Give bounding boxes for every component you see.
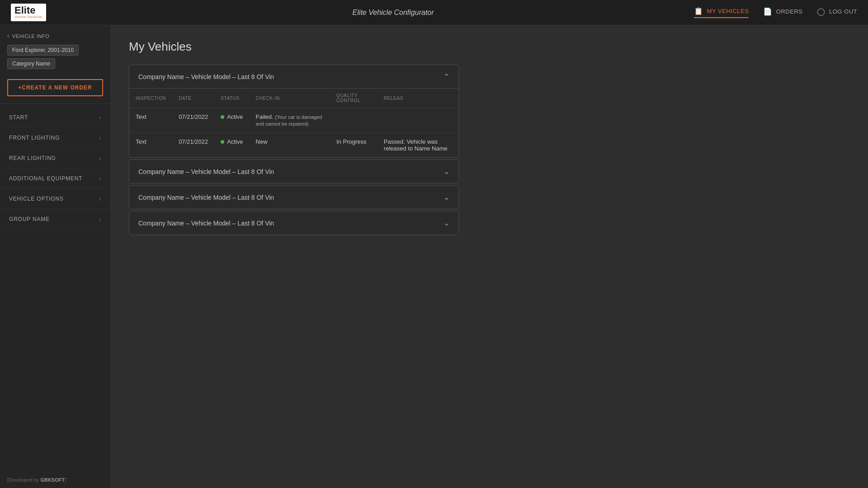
status-dot: [221, 140, 224, 144]
col-releas: RELEAS: [377, 89, 458, 108]
vehicles-icon: 📋: [694, 7, 703, 15]
sidebar-item-group-name[interactable]: GROUP NAME ›: [0, 209, 110, 230]
accordion-3-title: Company Name – Vehicle Model – Last 8 Of…: [138, 194, 274, 201]
row2-releas: Passed. Vehicle was released to Name Nam…: [377, 133, 458, 158]
logo-sub: Vehicle Solutions: [14, 15, 42, 19]
header: Elite Vehicle Solutions Elite Vehicle Co…: [0, 0, 868, 25]
accordion-4-header[interactable]: Company Name – Vehicle Model – Last 8 Of…: [129, 211, 458, 235]
chevron-right-icon: ›: [99, 195, 101, 202]
logo-box: Elite Vehicle Solutions: [11, 4, 46, 21]
col-quality: QUALITY CONTROL: [330, 89, 377, 108]
sidebar: ‹ VEHICLE INFO Ford Explorer, 2001-2010 …: [0, 25, 111, 488]
sidebar-item-start[interactable]: START ›: [0, 108, 110, 128]
row1-status: Active: [214, 108, 249, 133]
sidebar-item-vehicle-options[interactable]: VEHICLE OPTIONS ›: [0, 189, 110, 209]
footer-text: [Developed by: [7, 477, 40, 483]
accordion-1-header[interactable]: Company Name – Vehicle Model – Last 8 Of…: [129, 65, 458, 89]
row2-date: 07/21/2022: [172, 133, 214, 158]
footer-text-end: ]: [65, 477, 66, 483]
row2-inspection: Text: [129, 133, 172, 158]
row2-checkin: New: [250, 133, 330, 158]
chevron-down-icon: ⌄: [443, 167, 449, 176]
chevron-right-icon: ›: [99, 134, 101, 141]
sidebar-item-start-label: START: [9, 114, 28, 121]
row2-quality: In Progress: [330, 133, 377, 158]
nav-logout[interactable]: ◯ LOG OUT: [817, 7, 857, 18]
vehicle-tag[interactable]: Ford Explorer, 2001-2010: [7, 45, 79, 56]
sidebar-back-button[interactable]: ‹ VEHICLE INFO: [7, 33, 103, 39]
sidebar-item-front-lighting-label: FRONT LIGHTING: [9, 135, 60, 141]
sidebar-menu: START › FRONT LIGHTING › REAR LIGHTING ›…: [0, 108, 110, 230]
row1-quality: [330, 108, 377, 133]
sidebar-vehicle-info: ‹ VEHICLE INFO Ford Explorer, 2001-2010 …: [0, 33, 110, 104]
category-tag[interactable]: Category Name: [7, 58, 55, 69]
checkin-failed-label: Failed.: [256, 113, 274, 120]
nav-my-vehicles[interactable]: 📋 MY VEHICLES: [694, 7, 749, 18]
chevron-right-icon: ›: [99, 155, 101, 162]
accordion-1-body: INSPECTION DATE STATUS CHECK-IN QUALITY …: [129, 89, 458, 157]
row1-releas: [377, 108, 458, 133]
chevron-down-icon: ⌄: [443, 193, 449, 202]
layout: ‹ VEHICLE INFO Ford Explorer, 2001-2010 …: [0, 25, 868, 488]
accordion-2: Company Name – Vehicle Model – Last 8 Of…: [129, 160, 459, 183]
nav-orders-label: ORDERS: [776, 8, 803, 15]
row1-inspection: Text: [129, 108, 172, 133]
accordion-2-header[interactable]: Company Name – Vehicle Model – Last 8 Of…: [129, 160, 458, 183]
sidebar-item-rear-lighting[interactable]: REAR LIGHTING ›: [0, 148, 110, 169]
chevron-up-icon: ⌃: [443, 72, 449, 81]
accordion-4: Company Name – Vehicle Model – Last 8 Of…: [129, 211, 459, 235]
logo-area: Elite Vehicle Solutions: [11, 4, 92, 21]
nav-logout-label: LOG OUT: [829, 8, 857, 15]
status-dot: [221, 115, 224, 119]
status-active-label: Active: [227, 138, 243, 145]
back-arrow-icon: ‹: [7, 33, 9, 39]
chevron-right-icon: ›: [99, 216, 101, 223]
accordion-3: Company Name – Vehicle Model – Last 8 Of…: [129, 185, 459, 209]
main-content: My Vehicles Company Name – Vehicle Model…: [111, 25, 868, 488]
accordion-2-title: Company Name – Vehicle Model – Last 8 Of…: [138, 168, 274, 175]
sidebar-item-rear-lighting-label: REAR LIGHTING: [9, 155, 56, 161]
page-title: My Vehicles: [129, 40, 850, 54]
logout-icon: ◯: [817, 7, 826, 16]
vehicle-info-label: VEHICLE INFO: [12, 33, 49, 39]
status-active: Active: [221, 138, 243, 145]
accordion-4-title: Company Name – Vehicle Model – Last 8 Of…: [138, 220, 274, 227]
row2-status: Active: [214, 133, 249, 158]
sidebar-item-additional-equipment[interactable]: ADDITIONAL EQUIPMENT ›: [0, 169, 110, 189]
sidebar-item-vehicle-options-label: VEHICLE OPTIONS: [9, 196, 64, 202]
row1-date: 07/21/2022: [172, 108, 214, 133]
chevron-down-icon: ⌄: [443, 219, 449, 227]
chevron-right-icon: ›: [99, 114, 101, 121]
accordion-1: Company Name – Vehicle Model – Last 8 Of…: [129, 65, 459, 158]
sidebar-item-additional-equipment-label: ADDITIONAL EQUIPMENT: [9, 175, 82, 182]
app-title: Elite Vehicle Configurator: [92, 9, 694, 17]
create-order-button[interactable]: +CREATE A NEW ORDER: [7, 79, 103, 96]
col-checkin: CHECK-IN: [250, 89, 330, 108]
header-nav: 📋 MY VEHICLES 📄 ORDERS ◯ LOG OUT: [694, 7, 857, 18]
accordion-container: Company Name – Vehicle Model – Last 8 Of…: [129, 65, 459, 235]
inspection-table: INSPECTION DATE STATUS CHECK-IN QUALITY …: [129, 89, 458, 157]
nav-orders[interactable]: 📄 ORDERS: [763, 7, 802, 18]
col-inspection: INSPECTION: [129, 89, 172, 108]
status-active: Active: [221, 113, 243, 120]
row1-checkin: Failed. (Your car is damaged and cannot …: [250, 108, 330, 133]
table-row: Text 07/21/2022 Active New In Progress: [129, 133, 458, 158]
col-date: DATE: [172, 89, 214, 108]
status-active-label: Active: [227, 113, 243, 120]
accordion-1-title: Company Name – Vehicle Model – Last 8 Of…: [138, 73, 274, 80]
accordion-3-header[interactable]: Company Name – Vehicle Model – Last 8 Of…: [129, 186, 458, 209]
orders-icon: 📄: [763, 7, 773, 16]
footer-brand: GBKSOFT: [40, 477, 65, 483]
checkin-failed: Failed. (Your car is damaged and cannot …: [256, 113, 324, 127]
sidebar-item-front-lighting[interactable]: FRONT LIGHTING ›: [0, 128, 110, 148]
sidebar-item-group-name-label: GROUP NAME: [9, 216, 50, 222]
logo-elite: Elite: [14, 5, 35, 15]
nav-my-vehicles-label: MY VEHICLES: [707, 8, 749, 14]
col-status: STATUS: [214, 89, 249, 108]
footer: [Developed by GBKSOFT]: [7, 477, 66, 483]
chevron-right-icon: ›: [99, 175, 101, 182]
table-row: Text 07/21/2022 Active: [129, 108, 458, 133]
